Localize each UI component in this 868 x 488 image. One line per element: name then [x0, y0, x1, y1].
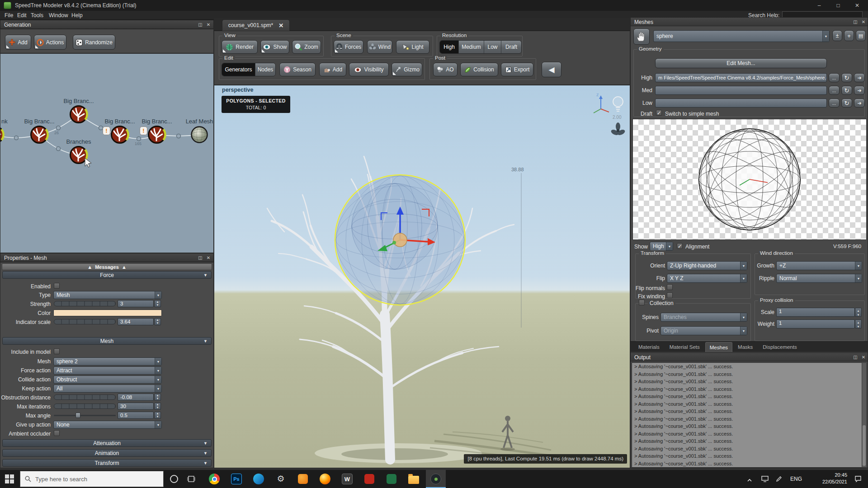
apply-med-button[interactable]: ➔	[854, 86, 865, 95]
flip-normals-checkbox[interactable]	[667, 284, 673, 290]
add-generator-button[interactable]: Add	[5, 35, 31, 50]
generators-toggle[interactable]: Generators	[222, 63, 255, 76]
tray-pen-icon[interactable]	[776, 476, 782, 484]
indicator-scale-value[interactable]: 3.64	[118, 318, 154, 325]
edit-mesh-button[interactable]: Edit Mesh...	[655, 58, 827, 68]
show-lod-combo[interactable]: High▼	[650, 242, 673, 251]
randomize-button[interactable]: Randomize	[73, 35, 115, 50]
high-mesh-path-field[interactable]: m Files/SpeedTree/SpeedTree Cinema v8.4.…	[655, 73, 827, 82]
resolution-high[interactable]: High	[440, 41, 459, 53]
resolution-low[interactable]: Low	[484, 41, 501, 53]
mesh-section-header[interactable]: Mesh ▼	[2, 337, 212, 345]
add-node-button[interactable]: Add	[319, 63, 346, 76]
keep-action-combo[interactable]: All▼	[53, 385, 162, 393]
growth-combo[interactable]: +Z▼	[776, 261, 862, 270]
strength-spinner[interactable]: ▲▼	[154, 300, 161, 307]
scale-value[interactable]: 1	[776, 308, 855, 317]
generator-node[interactable]	[147, 125, 166, 144]
actions-button[interactable]: Actions	[34, 35, 66, 50]
generator-node[interactable]	[0, 125, 5, 144]
collection-checkbox[interactable]	[639, 300, 645, 305]
max-iterations-value[interactable]: 30	[118, 403, 154, 410]
section-attenuation[interactable]: Attenuation▼	[2, 439, 212, 447]
gizmo-button[interactable]: Gizmo	[392, 63, 422, 76]
link-connector-dot[interactable]	[14, 136, 19, 140]
max-iterations-slider[interactable]	[54, 404, 116, 409]
med-mesh-path-field[interactable]	[655, 86, 827, 95]
collision-button[interactable]: Collision	[460, 63, 498, 76]
float-panel-icon[interactable]: ◫	[852, 354, 859, 361]
visibility-button[interactable]: Visibility	[349, 63, 389, 76]
mesh-preview[interactable]	[632, 119, 867, 240]
mesh-grab-button[interactable]	[633, 28, 650, 45]
taskbar-app-speedtree[interactable]	[426, 470, 446, 488]
close-button[interactable]: ✕	[851, 1, 863, 10]
cortana-icon[interactable]	[170, 475, 178, 483]
tab-masks[interactable]: Masks	[733, 342, 757, 352]
taskbar-app-chrome[interactable]	[204, 470, 224, 488]
low-mesh-path-field[interactable]	[655, 99, 827, 108]
max-angle-value[interactable]: 0.5	[118, 412, 154, 419]
ambient-occluder-checkbox[interactable]	[54, 430, 60, 436]
float-panel-icon[interactable]: ◫	[852, 19, 859, 25]
tab-close-icon[interactable]: ✕	[278, 22, 283, 29]
collide-action-combo[interactable]: Obstruct▼	[53, 375, 162, 384]
spines-combo[interactable]: Branches▼	[660, 313, 747, 322]
link-connector-dot[interactable]	[57, 126, 61, 130]
export-button[interactable]: Export	[501, 63, 533, 76]
resolution-medium[interactable]: Medium	[459, 41, 484, 53]
strength-slider[interactable]	[54, 301, 116, 306]
apply-low-button[interactable]: ➔	[854, 99, 865, 108]
menu-file[interactable]: File	[5, 12, 13, 19]
taskbar-app-photoshop[interactable]: Ps	[226, 470, 246, 488]
force-section-header[interactable]: Force ▼	[2, 271, 212, 279]
weight-value[interactable]: 1	[776, 319, 855, 328]
show-button[interactable]: Show	[260, 40, 289, 54]
obstruction-distance-value[interactable]: -0.08	[118, 394, 154, 401]
menu-window[interactable]: Window	[49, 12, 68, 19]
document-tab[interactable]: course_v001.spm* ✕	[222, 19, 290, 31]
ripple-combo[interactable]: Normal▼	[776, 274, 862, 283]
back-button[interactable]: ◀	[542, 62, 561, 77]
float-panel-icon[interactable]: ◫	[197, 255, 203, 261]
force-sphere-gizmo[interactable]	[335, 175, 465, 305]
close-panel-icon[interactable]: ✕	[860, 19, 867, 25]
orient-combo[interactable]: Z-Up Right-handed▼	[667, 261, 747, 270]
task-view-icon[interactable]	[187, 475, 195, 485]
max-angle-slider[interactable]	[54, 415, 116, 416]
season-button[interactable]: Season	[279, 63, 316, 76]
indicator-scale-slider[interactable]	[54, 319, 116, 324]
apply-high-button[interactable]: ➔	[854, 73, 865, 82]
tray-expand-icon[interactable]	[747, 476, 752, 484]
output-scrollbar[interactable]	[862, 362, 867, 468]
pivot-combo[interactable]: Origin▼	[660, 326, 747, 335]
nodes-toggle[interactable]: Nodes	[255, 63, 275, 76]
generator-node[interactable]	[30, 125, 49, 144]
browse-med-button[interactable]: ...	[829, 86, 840, 95]
start-button[interactable]	[5, 474, 14, 486]
max-angle-handle[interactable]	[75, 413, 80, 418]
taskbar-app-file-explorer[interactable]	[404, 470, 424, 488]
browse-low-button[interactable]: ...	[829, 99, 840, 108]
taskbar-app-app-green[interactable]	[382, 470, 401, 488]
weight-spinner[interactable]: ▲▼	[855, 319, 862, 328]
menu-help[interactable]: Help	[71, 12, 83, 19]
scale-spinner[interactable]: ▲▼	[855, 308, 862, 317]
tab-meshes[interactable]: Meshes	[705, 342, 732, 352]
close-panel-icon[interactable]: ✕	[860, 354, 867, 361]
notification-center-icon[interactable]	[854, 475, 862, 484]
wind-gizmo-icon[interactable]	[610, 122, 626, 136]
taskbar-app-firefox[interactable]	[315, 470, 335, 488]
flip-combo[interactable]: X Y Z▼	[667, 274, 747, 283]
force-action-combo[interactable]: Attract▼	[53, 366, 162, 375]
zoom-button[interactable]: Zoom	[292, 40, 321, 54]
wind-button[interactable]: Wind	[367, 40, 392, 54]
paste-mesh-button[interactable]: ▤	[856, 30, 866, 41]
add-mesh-button[interactable]: +	[844, 30, 854, 41]
menu-tools[interactable]: Tools	[31, 12, 43, 19]
reload-med-button[interactable]: ↻	[841, 86, 852, 95]
menu-edit[interactable]: Edit	[17, 12, 27, 19]
tray-clock-time[interactable]: 20:45	[809, 472, 847, 478]
link-connector-dot[interactable]	[137, 137, 141, 141]
mesh-name-combo[interactable]: sphere▼	[653, 30, 830, 42]
